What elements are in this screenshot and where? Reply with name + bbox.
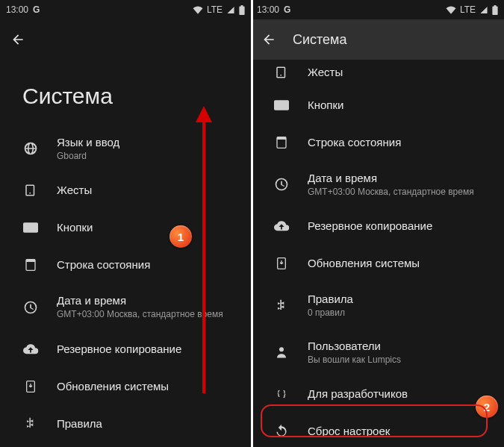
network-label: LTE <box>207 4 223 15</box>
item-buttons[interactable]: Кнопки <box>251 87 504 124</box>
item-subtitle: GMT+03:00 Москва, стандартное время <box>57 309 223 319</box>
user-icon <box>273 344 290 360</box>
item-title: Обновления системы <box>57 380 169 393</box>
back-button[interactable] <box>260 31 278 49</box>
cloud-upload-icon <box>273 218 290 234</box>
item-title: Резервное копирование <box>308 219 432 233</box>
item-subtitle: 0 правил <box>308 307 353 318</box>
item-developer-options[interactable]: Для разработчиков <box>251 375 504 413</box>
clock-icon <box>22 299 39 316</box>
item-backup[interactable]: Резервное копирование <box>0 331 251 368</box>
item-title: Строка состояния <box>308 136 401 149</box>
item-gestures[interactable]: Жесты <box>251 60 504 87</box>
item-system-update[interactable]: Обновления системы <box>0 368 251 405</box>
rules-icon <box>22 416 39 432</box>
svg-point-6 <box>279 347 284 351</box>
item-language-input[interactable]: Язык и ввод Gboard <box>0 125 251 172</box>
item-gestures[interactable]: Жесты <box>0 172 251 209</box>
settings-list: Жесты Кнопки Строка состояния Дата и вре… <box>251 60 504 447</box>
rules-icon <box>273 298 290 314</box>
code-braces-icon <box>273 386 290 402</box>
item-title: Пользователи <box>308 340 401 353</box>
item-title: Жесты <box>308 66 343 79</box>
item-statusbar[interactable]: Строка состояния <box>251 124 504 161</box>
reset-icon <box>273 423 290 440</box>
appbar-title: Система <box>293 32 347 48</box>
app-bar: Система <box>251 19 504 60</box>
battery-icon <box>492 5 498 15</box>
wifi-icon <box>446 6 456 14</box>
screenshot-divider <box>251 0 253 447</box>
item-rules[interactable]: Правила <box>0 405 251 443</box>
status-time: 13:00 <box>257 4 279 15</box>
item-backup[interactable]: Резервное копирование <box>251 207 504 245</box>
item-title: Дата и время <box>57 294 223 307</box>
gestures-icon <box>273 64 290 81</box>
network-label: LTE <box>460 4 476 15</box>
item-title: Кнопки <box>57 221 93 234</box>
item-rules[interactable]: Правила 0 правил <box>251 282 504 328</box>
app-bar <box>0 19 251 60</box>
item-subtitle: Вы вошли как Lumpics <box>308 354 401 365</box>
gestures-icon <box>22 182 39 199</box>
status-time: 13:00 <box>6 4 28 15</box>
clock-icon <box>273 176 290 193</box>
settings-list: Язык и ввод Gboard Жесты Кнопки Строка с… <box>0 119 251 447</box>
keyboard-icon <box>273 97 290 113</box>
phone-screenshot-1: 13:00 G LTE Система Язык и ввод Gboard Ж… <box>0 0 251 447</box>
svg-rect-1 <box>26 260 35 262</box>
status-bar: 13:00 G LTE <box>0 0 251 19</box>
item-system-update[interactable]: Обновления системы <box>251 245 504 282</box>
item-title: Жесты <box>57 184 92 197</box>
item-users[interactable]: Пользователи Вы вошли как Lumpics <box>251 329 504 375</box>
google-indicator-icon: G <box>284 4 290 15</box>
phone-screenshot-2: 13:00 G LTE Система Жесты Кнопки Строка … <box>251 0 504 447</box>
statusbar-icon <box>273 134 290 151</box>
item-title: Обновления системы <box>308 257 420 270</box>
item-title: Строка состояния <box>57 258 150 272</box>
statusbar-icon <box>22 257 39 273</box>
item-title: Дата и время <box>308 172 474 185</box>
battery-icon <box>239 5 245 15</box>
item-title: Правила <box>57 417 102 431</box>
svg-rect-4 <box>277 137 286 140</box>
page-title: Система <box>0 60 251 119</box>
item-subtitle: Gboard <box>57 151 119 161</box>
keyboard-icon <box>22 219 39 236</box>
item-date-time[interactable]: Дата и время GMT+03:00 Москва, стандартн… <box>251 161 504 207</box>
item-title: Кнопки <box>308 99 343 112</box>
google-indicator-icon: G <box>33 4 40 15</box>
item-title: Сброс настроек <box>308 425 390 438</box>
status-bar: 13:00 G LTE <box>251 0 504 19</box>
item-buttons[interactable]: Кнопки <box>0 209 251 246</box>
item-title: Для разработчиков <box>308 387 408 401</box>
item-statusbar[interactable]: Строка состояния <box>0 246 251 284</box>
item-reset-options[interactable]: Сброс настроек <box>251 413 504 447</box>
item-title: Резервное копирование <box>57 343 181 356</box>
item-title: Правила <box>308 293 353 306</box>
back-button[interactable] <box>9 31 27 49</box>
item-subtitle: GMT+03:00 Москва, стандартное время <box>308 187 474 197</box>
system-update-icon <box>22 378 39 395</box>
signal-icon <box>479 6 488 14</box>
signal-icon <box>226 6 235 14</box>
cloud-upload-icon <box>22 341 39 357</box>
item-title: Язык и ввод <box>57 136 119 149</box>
globe-icon <box>22 140 39 157</box>
wifi-icon <box>193 6 203 14</box>
system-update-icon <box>273 255 290 272</box>
item-date-time[interactable]: Дата и время GMT+03:00 Москва, стандартн… <box>0 284 251 330</box>
